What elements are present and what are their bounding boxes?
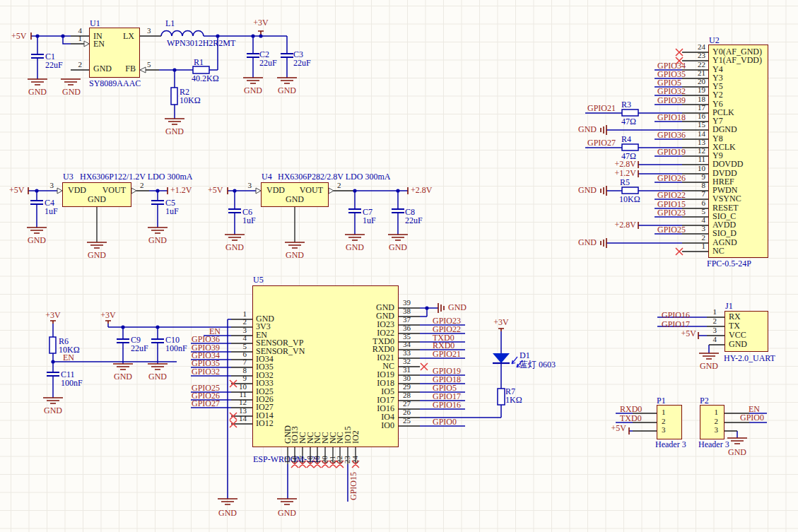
esp32-module-u5-pin-number: 34 [403,341,411,348]
camera-connector-u2-pin-number: 7 [702,190,706,198]
uart-connector-j1-pin-name: RX [729,312,741,321]
ldo-1v2-u3-pin-number: 3 [50,182,54,189]
esp32-module-u5-ref-label: U5 [253,276,264,284]
uart-connector-j1-pin-name: TX [729,321,740,330]
esp32-module-u5-pin-name: IO12 [256,419,274,427]
uart-connector-j1-net-label: GPIO16 [662,311,690,319]
ldo-2v8-u4-pin-name: GND [286,195,304,203]
uart-connector-j1-pin-number: 3 [713,326,717,334]
ldo-1v2-u3-pin-name: VDD [68,186,86,194]
ldo-2v8-u4-ref-label: 1uF [242,216,256,225]
esp32-module-u5-net-label: GPIO32 [192,367,220,376]
buck-converter-u1-pin-number: 1 [78,35,83,42]
camera-connector-u2-pin-name: DOVDD [712,160,743,168]
buck-converter-u1-net-label: +3V [253,18,268,27]
buck-converter-u1-pin-number: 5 [147,61,151,69]
camera-connector-u2-pin-number: 18 [698,95,705,103]
uart-connector-j1-pin-name: GND [729,340,747,348]
uart-connector-j1-pin-name: VCC [729,331,746,339]
headers-p1-p2-pin-number: 1 [662,408,666,416]
camera-connector-u2-net-label: GPIO36 [657,131,686,139]
buck-converter-u1-ref-label: 22uF [293,59,311,67]
buck-converter-u1-ref-label: SY8089AAAC [89,79,141,88]
esp32-module-u5-pin-number: 31 [403,366,411,374]
esp32-module-u5-pin-number: 9 [243,374,247,382]
led-symbol[interactable] [493,353,522,367]
esp32-module-u5-net-label: GPIO0 [433,418,457,426]
camera-connector-u2-pin-number: 2 [702,234,706,242]
camera-connector-u2-pin-name: Y2 [712,90,723,99]
esp32-module-u5-pin-number: 24 [351,456,359,463]
camera-connector-u2-pin-number: 20 [698,78,705,85]
camera-connector-u2-pin-name: DGND [712,125,737,134]
camera-connector-u2-pin-number: 23 [698,52,705,59]
enable-rc-and-decoupling-net-label: +3V [100,311,115,319]
buck-converter-u1-ref-label: 22uF [259,59,277,67]
camera-connector-u2-net-label: +2.8V [615,160,636,168]
buck-converter-u1-pin-name: LX [123,32,134,40]
uart-connector-j1-ref-label: J1 [725,302,733,310]
buck-converter-u1-ref-label: L1 [165,19,175,28]
camera-connector-u2-pin-number: 4 [702,216,706,224]
headers-p1-p2-net-label: GPIO0 [740,413,764,422]
esp32-module-u5-net-label: GPIO16 [433,401,461,409]
camera-connector-u2-pin-number: 22 [698,61,705,69]
enable-rc-and-decoupling-ref-label: 22uF [131,344,148,353]
component-body-P2[interactable] [700,405,724,439]
ldo-2v8-u4-pin-name: VOUT [300,186,323,194]
headers-p1-p2-ref-label: P1 [657,396,666,405]
ldo-1v2-u3-net-label: +5V [9,186,24,194]
buck-converter-u1-ref-label: 10KΩ [180,96,201,105]
schematic-canvas: +5VU1SY8089AAACINENLXGNDFB41235C122uFGND… [0,0,798,532]
esp32-module-u5-pin-number: 4 [243,334,247,342]
buck-converter-u1-pin-name: EN [93,40,105,48]
buck-converter-u1-ref-label: WPN3012H2R2MT [167,39,235,47]
camera-connector-u2-pin-number: 14 [698,130,705,138]
ldo-2v8-u4-net-label: GND [346,243,364,252]
camera-connector-u2-net-label: GPIO39 [657,96,686,105]
uart-connector-j1-net-label: GPIO17 [662,320,690,329]
camera-connector-u2-pin-number: 19 [698,86,705,94]
camera-connector-u2-pin-number: 21 [698,69,705,77]
camera-connector-u2-net-label: GPIO23 [657,208,686,217]
enable-rc-and-decoupling-net-label: GND [44,406,62,415]
ldo-2v8-u4-pin-number: 3 [248,182,252,189]
camera-connector-u2-net-label: GPIO18 [657,113,686,122]
camera-connector-u2-net-label: GND [578,186,597,194]
esp32-module-u5-pin-number: 32 [403,357,411,365]
uart-connector-j1-pin-number: 4 [713,336,717,343]
headers-p1-p2-pin-number: 2 [715,418,719,425]
uart-connector-j1-pin-number: 1 [713,308,717,316]
ldo-1v2-u3-ref-label: HX6306P122/1.2V LDO 300mA [80,172,192,181]
buck-converter-u1-net-label: GND [278,86,296,95]
camera-connector-u2-ref-label: R3 [621,100,631,109]
ldo-2v8-u4-net-label: GND [225,243,244,252]
camera-connector-u2-pin-name: SIO_D [712,229,737,237]
camera-connector-u2-net-label: GPIO22 [657,191,686,199]
inductor-symbol[interactable] [161,31,204,37]
camera-connector-u2-pin-number: 12 [698,147,705,155]
camera-connector-u2-net-label: GPIO26 [657,174,686,182]
enable-rc-and-decoupling-ref-label: 100nF [61,379,83,387]
component-body-P1[interactable] [657,405,682,439]
camera-connector-u2-pin-number: 10 [698,165,705,172]
camera-connector-u2-pin-number: 5 [702,208,706,215]
ldo-1v2-u3-ref-label: 1uF [165,207,179,215]
camera-connector-u2-net-label: GPIO27 [587,138,616,147]
esp32-module-u5-pin-number: 25 [403,417,411,425]
ldo-1v2-u3-net-label: +1.2V [170,186,192,194]
buck-converter-u1-pin-name: FB [125,64,136,73]
camera-connector-u2-ref-label: 47Ω [621,117,636,126]
esp32-module-u5-pin-number: 39 [403,299,411,307]
ldo-1v2-u3-pin-name: VOUT [102,186,126,194]
camera-connector-u2-pin-number: 11 [698,155,705,163]
buck-converter-u1-pin-name: GND [93,64,112,73]
ldo-1v2-u3-pin-name: GND [88,195,106,203]
camera-connector-u2-ref-label: 10KΩ [619,195,640,203]
camera-connector-u2-pin-name: VSYNC [712,194,741,203]
buck-converter-u1-net-label: GND [28,88,47,96]
headers-p1-p2-pin-number: 1 [715,408,719,416]
uart-connector-j1-net-label: +5V [681,329,696,338]
esp32-module-u5-pin-number: 38 [403,307,411,315]
headers-p1-p2-net-label: TXD0 [620,414,642,422]
